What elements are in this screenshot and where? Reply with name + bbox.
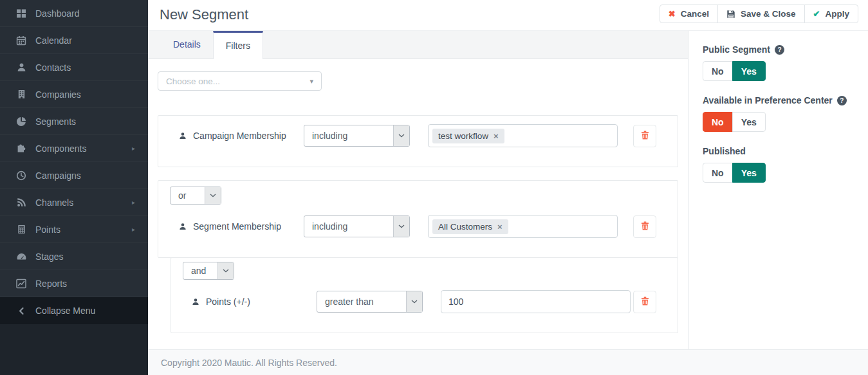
chevron-down-icon <box>406 291 422 312</box>
save-close-label: Save & Close <box>741 9 796 19</box>
filter-row: Points (+/-) greater than <box>180 290 669 313</box>
app-window: Dashboard Calendar Contacts Companies <box>0 0 868 375</box>
calendar-icon <box>15 35 27 46</box>
filter-field-select[interactable]: Choose one... ▾ <box>158 71 322 91</box>
condition-select[interactable]: or <box>170 187 221 205</box>
operator-select[interactable]: greater than <box>317 291 423 313</box>
sidebar-item-stages[interactable]: Stages <box>0 243 148 270</box>
sidebar-item-label: Stages <box>35 252 64 262</box>
preference-center-toggle: No Yes <box>703 112 766 132</box>
published-toggle: No Yes <box>703 163 766 183</box>
apply-label: Apply <box>825 9 849 19</box>
user-icon <box>192 298 199 306</box>
delete-filter-button[interactable] <box>633 125 656 147</box>
help-icon[interactable]: ? <box>775 45 784 55</box>
save-close-button[interactable]: Save & Close <box>717 5 805 23</box>
filter-field-label: Campaign Membership <box>167 131 304 141</box>
filter-field-placeholder: Choose one... <box>166 77 220 86</box>
filter-group-nested: and Points (+/-) <box>171 257 678 333</box>
published-label: Published <box>703 146 856 156</box>
user-icon <box>15 62 27 72</box>
value-chip: test workflow × <box>432 129 504 143</box>
sidebar-item-label: Dashboard <box>35 8 80 19</box>
dashboard-grid-icon <box>15 8 27 19</box>
submenu-arrow-icon: ▸ <box>132 199 135 206</box>
sidebar-item-channels[interactable]: Channels ▸ <box>0 189 148 216</box>
preference-center-yes-button[interactable]: Yes <box>732 112 766 132</box>
trash-icon <box>641 131 649 142</box>
clock-icon <box>15 170 27 181</box>
check-icon: ✔ <box>813 10 820 18</box>
rss-icon <box>15 197 27 207</box>
sidebar-item-label: Segments <box>35 116 76 127</box>
cancel-x-icon: ✖ <box>669 10 676 18</box>
public-segment-label: Public Segment ? <box>703 44 856 55</box>
collapse-menu-label: Collapse Menu <box>35 306 95 316</box>
filter-row: Segment Membership including All Cus <box>167 215 669 238</box>
copyright-text: Copyright 2020 Mautic. All Rights Reserv… <box>161 358 337 368</box>
gauge-icon <box>15 252 27 261</box>
filters-panel: Choose one... ▾ Campaign Membership <box>148 59 688 349</box>
cancel-button[interactable]: ✖ Cancel <box>660 5 718 23</box>
sidebar-item-label: Companies <box>35 89 81 100</box>
preference-center-no-button[interactable]: No <box>703 112 733 132</box>
public-segment-no-button[interactable]: No <box>703 61 733 81</box>
operator-select[interactable]: including <box>304 125 410 147</box>
sidebar-item-label: Campaigns <box>35 170 81 181</box>
sidebar-item-reports[interactable]: Reports <box>0 270 148 297</box>
building-icon <box>15 89 27 99</box>
sidebar-item-segments[interactable]: Segments <box>0 108 148 135</box>
delete-filter-button[interactable] <box>633 291 656 313</box>
delete-filter-button[interactable] <box>633 215 656 238</box>
published-no-button[interactable]: No <box>703 163 733 183</box>
sidebar-item-label: Reports <box>35 279 67 289</box>
save-disk-icon <box>726 10 735 19</box>
footer: Copyright 2020 Mautic. All Rights Reserv… <box>148 349 868 375</box>
public-segment-toggle: No Yes <box>703 61 766 81</box>
sidebar-item-campaigns[interactable]: Campaigns <box>0 162 148 189</box>
sidebar-item-label: Points <box>35 224 60 235</box>
sidebar: Dashboard Calendar Contacts Companies <box>0 0 148 375</box>
filter-group: or Segment Membership <box>158 180 678 258</box>
header-actions: ✖ Cancel Save & Close ✔ Apply <box>660 5 858 23</box>
chevron-down-icon <box>217 262 234 279</box>
public-segment-yes-button[interactable]: Yes <box>732 61 766 81</box>
sidebar-item-label: Components <box>35 143 86 154</box>
chip-label: All Customers <box>438 222 492 232</box>
main-area: New Segment ✖ Cancel Save & Close ✔ Appl… <box>148 0 868 375</box>
sidebar-item-companies[interactable]: Companies <box>0 81 148 108</box>
tab-details[interactable]: Details <box>161 31 213 59</box>
trash-icon <box>641 221 649 232</box>
sidebar-item-points[interactable]: Points ▸ <box>0 216 148 243</box>
filter-field-label: Points (+/-) <box>180 297 317 307</box>
pie-chart-icon <box>15 116 27 127</box>
tab-bar: Details Filters <box>148 31 688 59</box>
properties-panel: Public Segment ? No Yes Available in Pre… <box>688 31 868 349</box>
chip-remove-icon[interactable]: × <box>494 131 499 141</box>
apply-button[interactable]: ✔ Apply <box>804 5 858 23</box>
collapse-menu-button[interactable]: Collapse Menu <box>0 297 148 324</box>
chevron-down-icon <box>393 216 409 237</box>
sidebar-item-label: Calendar <box>35 35 72 46</box>
filter-value-input[interactable]: test workflow × <box>428 124 618 147</box>
published-yes-button[interactable]: Yes <box>732 163 766 183</box>
help-icon[interactable]: ? <box>837 96 847 105</box>
calculator-icon <box>15 224 27 234</box>
preference-center-label: Available in Preference Center ? <box>703 95 856 105</box>
sidebar-item-dashboard[interactable]: Dashboard <box>0 0 148 27</box>
sidebar-item-components[interactable]: Components ▸ <box>0 135 148 162</box>
filter-value-input[interactable]: All Customers × <box>428 215 618 238</box>
tab-filters[interactable]: Filters <box>213 31 263 59</box>
filter-field-label: Segment Membership <box>167 221 304 232</box>
chip-remove-icon[interactable]: × <box>497 222 503 232</box>
sidebar-item-label: Channels <box>35 197 73 208</box>
filter-value-input[interactable] <box>441 290 631 313</box>
chip-label: test workflow <box>438 131 488 141</box>
filter-row: Campaign Membership including test w <box>167 124 669 147</box>
condition-select[interactable]: and <box>183 262 234 280</box>
angle-left-icon <box>15 307 27 315</box>
sidebar-item-contacts[interactable]: Contacts <box>0 54 148 81</box>
chevron-down-icon <box>393 125 409 146</box>
operator-select[interactable]: including <box>304 215 410 237</box>
sidebar-item-calendar[interactable]: Calendar <box>0 27 148 54</box>
